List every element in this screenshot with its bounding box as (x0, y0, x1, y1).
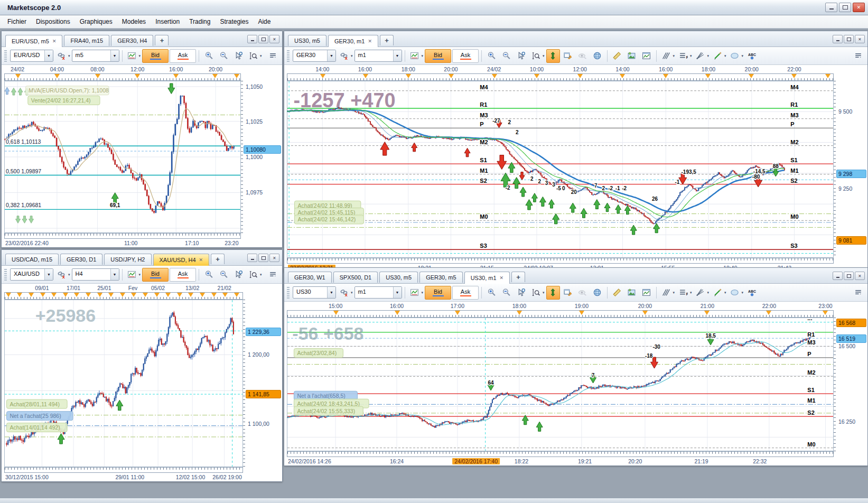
box-zoom-button[interactable] (246, 49, 260, 63)
autoscale-button[interactable] (546, 49, 560, 63)
link-button[interactable]: x (54, 268, 68, 282)
zoom-out-button[interactable] (217, 49, 230, 63)
symbol-select[interactable]: GER30▼ (293, 50, 336, 62)
indicator-window-button[interactable] (640, 49, 654, 63)
cursor-zoom-button[interactable] (514, 49, 528, 63)
dropdown-caret-icon[interactable]: ▾ (707, 291, 710, 295)
dropdown-caret-icon[interactable]: ▾ (139, 273, 141, 277)
dropdown-caret-icon[interactable]: ▾ (351, 291, 353, 295)
zoom-in-button[interactable] (202, 268, 216, 282)
dropdown-caret-icon[interactable]: ▾ (260, 273, 262, 277)
bid-button[interactable]: Bid (142, 49, 169, 63)
symbol-select[interactable]: EUR/USD▼ (10, 50, 53, 62)
fib-levels-button[interactable]: F (676, 286, 690, 300)
toolbar-grip[interactable] (287, 50, 290, 62)
maximize-button[interactable] (844, 35, 854, 43)
timeframe-select[interactable]: m5▼ (72, 50, 119, 62)
dropdown-caret-icon[interactable]: ▾ (422, 291, 424, 295)
maximize-button[interactable] (258, 35, 268, 43)
symbol-select[interactable]: XAU/USD▼ (10, 268, 53, 281)
dropdown-caret-icon[interactable]: ▼ (110, 269, 119, 280)
maximize-button[interactable] (839, 3, 851, 12)
trendlines-button[interactable] (659, 49, 673, 63)
text-abc-button[interactable]: ABC (745, 286, 759, 300)
symbol-select[interactable]: US30▼ (293, 286, 336, 299)
chart-plot[interactable]: -56 +658...R1M3PM2S1M1S2M0647-30-1818,5A… (287, 318, 834, 451)
box-zoom-button[interactable] (246, 268, 260, 282)
dropdown-caret-icon[interactable]: ▼ (393, 287, 402, 298)
link-button[interactable]: x (54, 49, 68, 63)
dropdown-caret-icon[interactable]: ▾ (68, 273, 70, 277)
menu-item-modeles[interactable]: Modeles (117, 16, 151, 27)
tab-close-icon[interactable]: ✕ (52, 39, 57, 44)
ask-button[interactable]: Ask (170, 268, 196, 282)
trendlines-button[interactable] (659, 286, 673, 300)
pencil-button[interactable] (711, 49, 724, 63)
ruler-button[interactable] (610, 286, 624, 300)
bid-button[interactable]: Bid (425, 49, 451, 63)
toolbar-grip[interactable] (4, 269, 7, 281)
dropdown-caret-icon[interactable]: ▾ (690, 291, 692, 295)
fib-levels-button[interactable]: F (676, 49, 690, 63)
tab-ger30-w1[interactable]: GER30, W1 (288, 272, 332, 283)
tab-ger30-m1[interactable]: GER30, m1✕ (328, 35, 378, 47)
dropdown-caret-icon[interactable]: ▾ (543, 291, 545, 295)
popout-button[interactable] (561, 49, 575, 63)
ask-button[interactable]: Ask (452, 286, 479, 300)
dropdown-caret-icon[interactable]: ▾ (724, 291, 726, 295)
image-export-button[interactable] (625, 286, 639, 300)
dropdown-caret-icon[interactable]: ▾ (422, 54, 424, 58)
box-zoom-button[interactable] (529, 286, 543, 300)
timeframe-select[interactable]: m1▼ (354, 50, 402, 62)
box-zoom-button[interactable] (529, 49, 543, 63)
chart-type-button[interactable] (408, 49, 422, 63)
menu-button[interactable] (266, 49, 279, 63)
popout-button[interactable] (561, 286, 575, 300)
tab-us30-m1[interactable]: US30, m1✕ (464, 272, 510, 284)
pencil-button[interactable] (711, 286, 724, 300)
close-button[interactable]: ✕ (855, 272, 865, 280)
globe-button[interactable] (591, 286, 604, 300)
tab-close-icon[interactable]: ✕ (368, 39, 372, 44)
close-button[interactable]: ✕ (853, 3, 865, 12)
dropdown-caret-icon[interactable]: ▾ (742, 291, 744, 295)
ruler-button[interactable] (610, 49, 624, 63)
dropdown-caret-icon[interactable]: ▾ (724, 54, 726, 58)
cursor-zoom-button[interactable] (514, 286, 528, 300)
dropdown-caret-icon[interactable]: ▼ (327, 50, 335, 61)
zoom-out-button[interactable] (499, 49, 513, 63)
dropdown-caret-icon[interactable]: ▾ (139, 54, 141, 58)
tab-ger30-m5[interactable]: GER30, m5 (419, 272, 462, 283)
bid-button[interactable]: Bid (425, 286, 451, 300)
dropdown-caret-icon[interactable]: ▼ (393, 50, 402, 61)
tab-close-icon[interactable]: ✕ (199, 257, 203, 263)
dropdown-caret-icon[interactable]: ▾ (673, 54, 675, 58)
dropdown-caret-icon[interactable]: ▾ (742, 54, 744, 58)
zoom-in-button[interactable] (484, 286, 498, 300)
chart-plot[interactable]: +25986Achat(28/01,11 494)Net a l'achat(2… (4, 300, 243, 467)
menu-item-dispositions[interactable]: Dispositions (31, 16, 75, 27)
close-button[interactable]: ✕ (855, 35, 865, 43)
image-export-button[interactable] (625, 49, 639, 63)
chart-type-button[interactable] (125, 49, 139, 63)
tab-spx500-d1[interactable]: SPX500, D1 (333, 272, 378, 283)
zoom-in-button[interactable] (202, 49, 216, 63)
minimize-button[interactable] (833, 35, 843, 43)
dropdown-caret-icon[interactable]: ▾ (690, 54, 692, 58)
maximize-button[interactable] (844, 272, 854, 280)
pitchfork-button[interactable] (694, 286, 707, 300)
chart-type-button[interactable] (125, 268, 139, 282)
minimize-button[interactable] (825, 3, 837, 12)
autoscale-button[interactable] (546, 286, 560, 300)
tab-us30-m5[interactable]: US30, m5 (379, 272, 418, 283)
menu-item-trading[interactable]: Trading (184, 16, 215, 27)
maximize-button[interactable] (258, 254, 268, 262)
chart-plot[interactable]: -1257 +470M4R1M3PM2S1M1S2M0S3M4R1M3PM2S1… (287, 81, 834, 258)
menu-button[interactable] (851, 49, 865, 63)
chart-type-button[interactable] (408, 286, 422, 300)
minimize-button[interactable] (247, 254, 257, 262)
toolbar-grip[interactable] (4, 50, 7, 62)
menu-item-strategies[interactable]: Strategies (215, 16, 253, 27)
link-button[interactable]: x (337, 286, 351, 300)
ask-button[interactable]: Ask (170, 49, 196, 63)
